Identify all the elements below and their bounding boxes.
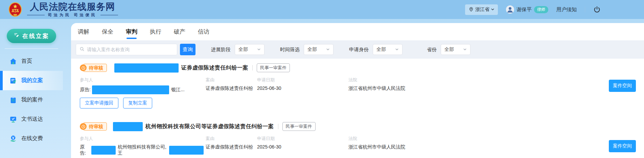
participants-column: 参与人 原告: 杭州翎投科技有限公司, 王 [80, 136, 206, 156]
filter-label: 省份 [427, 46, 437, 53]
court-column: 法院 浙江省杭州市中级人民法院 [348, 136, 636, 150]
sidebar-item-home[interactable]: 首页 [0, 52, 63, 71]
select-value: 全部 [307, 46, 317, 53]
sidebar-item-label: 在线交费 [21, 135, 43, 142]
sidebar-item-my-filings[interactable]: 我的立案 [0, 71, 63, 90]
header-divider [585, 7, 585, 12]
user-chip[interactable]: 谢保平 律师 [506, 5, 548, 14]
cause-value: 证券虚假陈述责任纠纷 [206, 85, 257, 92]
clipboard-icon [9, 96, 17, 104]
date-column: 申请日期 2025-06-30 [257, 77, 348, 91]
date-column: 申请日期 2025-06-30 [257, 136, 348, 150]
sidebar-item-label: 文书送达 [21, 116, 43, 123]
redaction-block [114, 63, 179, 73]
filter-label: 时间筛选 [280, 46, 300, 53]
sidebar-item-document-delivery[interactable]: 文书送达 [0, 110, 63, 129]
search-button[interactable]: 查询 [180, 44, 196, 55]
date-value: 2025-06-30 [257, 85, 348, 91]
filter-label: 进展阶段 [211, 46, 231, 53]
cause-label: 案由 [206, 77, 257, 83]
court-label: 法院 [348, 136, 636, 142]
pending-clock-icon [80, 64, 87, 71]
tab-petition[interactable]: 信访 [198, 26, 209, 38]
location-pin-icon [468, 6, 474, 13]
time-filter-select[interactable]: 全部 [304, 44, 334, 55]
sidebar-item-label: 我的案件 [21, 96, 43, 103]
date-value: 2025-06-30 [257, 144, 348, 150]
case-title: 杭州翎投科技有限公司等证券虚假陈述责任纠纷一案 [145, 123, 274, 130]
edit-icon [14, 32, 20, 40]
status-badge: 待审核 [83, 122, 107, 131]
status-badge: 待审核 [83, 64, 107, 72]
participants-column: 参与人 原告: 银江... [80, 77, 206, 94]
court-value: 浙江省杭州市中级人民法院 [348, 85, 636, 92]
filter-label: 申请身份 [349, 46, 369, 53]
sidebar-item-my-cases[interactable]: 我的案件 [0, 90, 63, 110]
case-title: 证券虚假陈述责任纠纷一案 [181, 64, 248, 72]
sidebar-item-online-payment[interactable]: 在线交费 [0, 129, 63, 148]
page-title: 人民法院在线服务网 [30, 2, 115, 12]
tab-trial[interactable]: 审判 [126, 26, 137, 38]
select-value: 全部 [238, 46, 248, 53]
region-selector[interactable]: 浙江省 [465, 4, 498, 15]
case-space-button[interactable]: 案件空间 [609, 80, 636, 92]
sidebar: 在线立案 首页 我的立案 我的案件 [0, 19, 63, 158]
brand-tagline: 司法为民 司法便民 [27, 13, 118, 18]
monitor-check-icon [9, 116, 17, 123]
cause-value: 证券虚假陈述责任纠纷 [206, 144, 257, 150]
case-header: 待审核 杭州翎投科技有限公司等证券虚假陈述责任纠纷一案 民事一审案件 [80, 121, 636, 132]
online-filing-label: 在线立案 [22, 32, 49, 40]
case-type-tag: 民事一审案件 [282, 122, 316, 131]
redaction-block [169, 146, 204, 155]
chevron-down-icon [326, 47, 330, 52]
filter-time: 时间筛选 全部 [280, 44, 334, 55]
date-label: 申请日期 [257, 136, 348, 142]
user-notice-link[interactable]: 用户须知 [556, 6, 577, 13]
header-right: 浙江省 谢保平 律师 用户须知 [465, 4, 601, 15]
filter-bar: 查询 进展阶段 全部 时间筛选 全部 申请身份 全部 [71, 40, 644, 59]
sidebar-divider [5, 48, 58, 49]
case-list: 待审核 证券虚假陈述责任纠纷一案 民事一审案件 参与人 原告: 银江... 案由 [71, 59, 644, 158]
filter-province: 省份 全部 [427, 44, 470, 55]
tab-enforcement[interactable]: 执行 [150, 26, 161, 38]
online-filing-button[interactable]: 在线立案 [7, 29, 56, 43]
progress-stage-select[interactable]: 全部 [235, 44, 264, 55]
province-select[interactable]: 全部 [441, 44, 470, 55]
case-detail-row: 参与人 原告: 银江... 案由 证券虚假陈述责任纠纷 申请日期 2025-06… [80, 77, 636, 94]
court-value: 浙江省杭州市中级人民法院 [348, 144, 636, 150]
withdraw-filing-button[interactable]: 立案申请撤回 [80, 98, 118, 108]
redaction-block [92, 85, 169, 94]
title-divider [278, 124, 278, 129]
home-icon [9, 58, 17, 65]
search-box [76, 44, 177, 55]
plaintiff-mid: 杭州翎投科技有限公司, 王 [118, 144, 168, 156]
main-panel: 调解 保全 审判 执行 破产 信访 查询 进展阶段 全部 [71, 23, 644, 158]
case-space-button[interactable]: 案件空间 [609, 140, 636, 152]
participants-label: 参与人 [80, 136, 206, 142]
case-detail-row: 参与人 原告: 杭州翎投科技有限公司, 王 案由 证券虚假陈述责任纠纷 申请日期… [80, 136, 636, 156]
region-label: 浙江省 [475, 6, 489, 13]
plaintiff-line: 原告: 银江... [80, 85, 206, 94]
search-icon [79, 46, 85, 53]
power-icon[interactable] [593, 6, 601, 13]
tab-mediation[interactable]: 调解 [78, 26, 89, 38]
case-actions: 立案申请撤回 复制立案 [80, 98, 636, 108]
payment-icon [9, 135, 17, 142]
user-avatar [506, 5, 514, 14]
copy-filing-button[interactable]: 复制立案 [123, 98, 152, 108]
identity-select[interactable]: 全部 [373, 44, 402, 55]
tab-preservation[interactable]: 保全 [102, 26, 113, 38]
title-divider [252, 65, 253, 71]
search-input[interactable] [87, 47, 174, 52]
participants-label: 参与人 [80, 77, 206, 83]
chevron-down-icon [463, 47, 467, 52]
case-card: 待审核 杭州翎投科技有限公司等证券虚假陈述责任纠纷一案 民事一审案件 参与人 原… [80, 121, 636, 158]
app-header: 人民法院在线服务网 司法为民 司法便民 浙江省 [0, 0, 644, 19]
redaction-block [113, 122, 143, 131]
tab-bankruptcy[interactable]: 破产 [174, 26, 185, 38]
redaction-block [91, 146, 116, 155]
filing-icon [9, 77, 17, 84]
court-label: 法院 [348, 77, 636, 83]
select-value: 全部 [444, 46, 454, 53]
chevron-down-icon [257, 47, 261, 52]
